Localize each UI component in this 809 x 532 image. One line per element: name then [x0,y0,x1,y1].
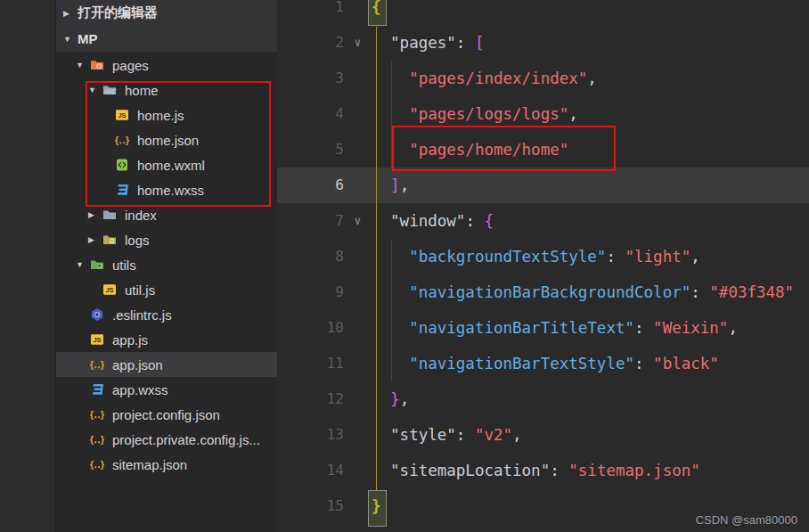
line-number[interactable]: 11 [277,346,344,381]
tree-item-label: project.private.config.js... [112,432,260,447]
line-number[interactable]: 14 [277,453,344,488]
json-file-icon: {‥} [90,357,108,372]
tree-item-home.json[interactable]: {‥}home.json [56,127,277,152]
code-line[interactable]: 5 "pages/home/home" [277,132,809,168]
line-number[interactable]: 6 [277,168,344,203]
line-number[interactable]: 4 [277,96,344,132]
token: "window" [390,212,465,230]
line-number[interactable]: 12 [277,381,344,417]
chevron-down-icon[interactable]: ▼ [63,35,78,44]
tree-item-home.wxss[interactable]: home.wxss [56,177,277,202]
code-line[interactable]: 12 }, [277,381,809,417]
token: [ [475,34,485,52]
code-editor[interactable]: 1{2∨ "pages": [3 "pages/index/index",4 "… [277,0,809,532]
chevron-right-icon[interactable]: ▶ [88,235,102,244]
token: } [390,390,400,408]
chevron-right-icon[interactable]: ▶ [63,9,78,18]
fold-spacer [344,310,372,346]
tree-item-.eslintrc.js[interactable]: .eslintrc.js [56,302,277,327]
line-number[interactable]: 9 [277,274,344,310]
code-line[interactable]: 2∨ "pages": [ [277,25,809,61]
code-line[interactable]: 6 ], [277,168,809,203]
code-text: "window": { [372,203,809,239]
indent-guide-line [391,61,392,168]
tree-item-util.js[interactable]: JSutil.js [56,277,277,302]
line-number[interactable]: 13 [277,417,344,453]
line-number[interactable]: 8 [277,239,344,274]
json-file-icon: {‥} [90,457,108,471]
tree-item-sitemap.json[interactable]: {‥}sitemap.json [56,452,277,477]
wxss-file-icon [115,183,133,197]
tree-item-home.js[interactable]: JShome.js [56,102,277,127]
code-line[interactable]: 13 "style": "v2", [277,417,809,453]
code-line[interactable]: 11 "navigationBarTextStyle": "black" [277,346,809,381]
code-text: "sitemapLocation": "sitemap.json" [372,453,809,488]
tree-item-label: home.js [137,108,184,123]
line-number[interactable]: 15 [277,488,344,524]
tree-item-label: 打开的编辑器 [78,4,158,21]
tree-item-logs[interactable]: ▶logs [56,227,277,252]
token: "pages/index/index" [409,70,587,87]
tree-item-project.config.json[interactable]: {‥}project.config.json [56,402,277,427]
tree-item-label: sitemap.json [112,457,187,472]
tree-item-label: index [125,208,157,223]
token: ] [390,176,400,194]
chevron-down-icon[interactable]: ▼ [88,86,102,94]
line-number[interactable]: 2 [277,25,344,61]
fold-spacer [344,417,372,453]
tree-item-utils[interactable]: ▼utils [56,252,277,277]
code-line[interactable]: 3 "pages/index/index", [277,61,809,96]
editor-window: ▶打开的编辑器▼MP ▼pages▼homeJShome.js{‥}home.j… [0,0,809,532]
line-number[interactable]: 3 [277,61,344,96]
code-line[interactable]: 4 "pages/logs/logs", [277,96,809,132]
tree-item-index[interactable]: ▶index [56,202,277,227]
token: , [400,390,410,408]
token: "v2" [475,426,512,444]
code-line[interactable]: 9 "navigationBarBackgroundColor": "#03f3… [277,274,809,310]
line-number[interactable]: 5 [277,132,344,168]
tree-item-home[interactable]: ▼home [56,78,277,102]
token: "style" [390,426,456,444]
fold-spacer [344,132,372,168]
token: , [587,70,597,87]
tree-item-home.wxml[interactable]: home.wxml [56,152,277,177]
code-line[interactable]: 14 "sitemapLocation": "sitemap.json" [277,453,809,488]
tree-item-pages[interactable]: ▼pages [56,53,277,78]
svg-text:JS: JS [105,286,113,294]
token: : [456,34,475,52]
token: "pages/home/home" [409,141,568,159]
tree-item-label: app.js [112,332,148,348]
fold-spacer [344,346,372,381]
code-line[interactable]: 7∨ "window": { [277,203,809,239]
token: "sitemapLocation" [390,462,550,479]
fold-spacer [344,381,372,417]
chevron-right-icon[interactable]: ▶ [88,210,102,219]
chevron-down-icon[interactable]: ▼ [76,260,90,269]
tree-item-project.private.config.js...[interactable]: {‥}project.private.config.js... [56,427,277,452]
token: "Weixin" [653,319,728,337]
tree-item-app.js[interactable]: JSapp.js [56,327,277,352]
tree-item--[interactable]: ▶打开的编辑器 [56,0,277,26]
tree-item-label: home.json [137,133,199,148]
token: "black" [653,355,719,372]
tree-item-label: utils [112,258,136,273]
explorer-sidebar: ▶打开的编辑器▼MP ▼pages▼homeJShome.js{‥}home.j… [56,0,277,532]
code-line[interactable]: 10 "navigationBarTitleText": "Weixin", [277,310,809,346]
token: { [484,212,494,230]
code-text: "style": "v2", [372,417,809,453]
fold-chevron-icon[interactable]: ∨ [344,25,372,61]
utils-folder-icon [90,258,108,272]
line-number[interactable]: 7 [277,203,344,239]
chevron-down-icon[interactable]: ▼ [76,61,90,70]
code-line[interactable]: 1{ [277,0,809,25]
code-line[interactable]: 8 "backgroundTextStyle": "light", [277,239,809,274]
svg-text:{‥}: {‥} [90,434,104,445]
tree-item-app.wxss[interactable]: app.wxss [56,377,277,402]
tree-item-app.json[interactable]: {‥}app.json [56,352,277,377]
tree-item-mp[interactable]: ▼MP [56,26,277,52]
fold-chevron-icon[interactable]: ∨ [344,203,372,239]
fold-spacer [344,96,372,132]
token: "pages/logs/logs" [409,105,568,123]
line-number[interactable]: 10 [277,310,344,346]
line-number[interactable]: 1 [277,0,344,25]
